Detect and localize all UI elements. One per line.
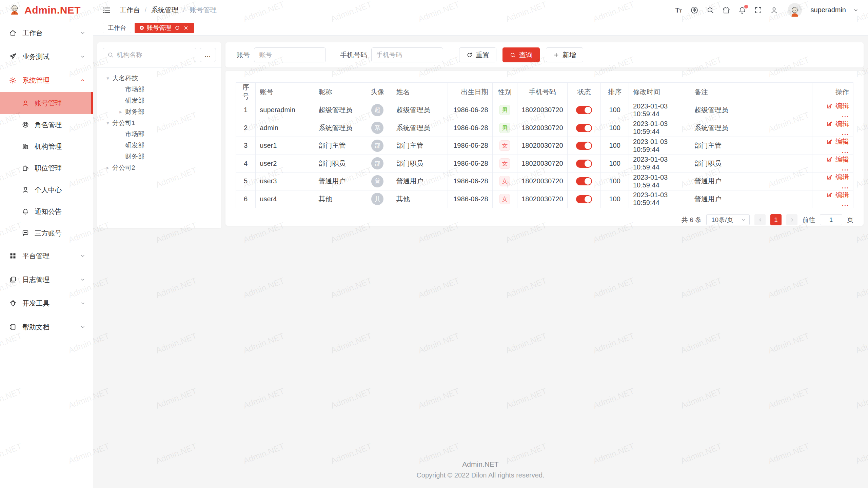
sidebar-item-help-docs[interactable]: 帮助文档 xyxy=(0,315,93,339)
grid-icon xyxy=(9,252,17,260)
edit-button[interactable]: 编辑 xyxy=(826,137,849,146)
tree-node-label: 财务部 xyxy=(125,152,144,161)
menu-fold-icon[interactable] xyxy=(102,5,112,15)
status-toggle[interactable] xyxy=(576,160,592,168)
tree-node[interactable]: ▾分公司1 xyxy=(100,117,219,128)
edit-button[interactable]: 编辑 xyxy=(826,190,849,200)
user-icon[interactable] xyxy=(770,6,778,15)
tree-caret-icon[interactable]: ▸ xyxy=(116,109,125,115)
tree-caret-icon[interactable]: ▾ xyxy=(103,120,112,126)
status-toggle[interactable] xyxy=(576,177,592,185)
tree-node[interactable]: 财务部 xyxy=(100,151,219,162)
tree-node[interactable]: ▸财务部 xyxy=(100,106,219,117)
chevron-right-icon xyxy=(790,218,794,222)
gender-badge: 女 xyxy=(499,176,510,186)
query-button[interactable]: 查询 xyxy=(502,47,540,62)
sidebar-item-label: 工作台 xyxy=(22,28,80,38)
account-input[interactable] xyxy=(254,47,326,62)
row-more-button[interactable]: ... xyxy=(842,129,849,136)
tree-node[interactable]: 市场部 xyxy=(100,84,219,95)
add-button[interactable]: 新增 xyxy=(546,47,583,62)
profile-icon xyxy=(22,186,29,194)
tree-node[interactable]: 研发部 xyxy=(100,95,219,106)
chevron-down-icon[interactable] xyxy=(853,7,859,13)
cell-name: 系统管理员 xyxy=(392,119,448,137)
tree-caret-icon[interactable]: ▾ xyxy=(103,75,112,81)
tab-workbench[interactable]: 工作台 xyxy=(103,23,131,33)
edit-button[interactable]: 编辑 xyxy=(826,101,849,110)
status-toggle[interactable] xyxy=(576,142,592,150)
tree-node-label: 研发部 xyxy=(125,96,144,105)
search-icon[interactable] xyxy=(706,6,715,15)
next-page-button[interactable] xyxy=(786,214,797,225)
cell-account: user2 xyxy=(256,155,314,172)
page-number-current[interactable]: 1 xyxy=(770,214,782,225)
goto-page-input[interactable] xyxy=(820,214,842,225)
org-search-box[interactable] xyxy=(103,48,196,62)
prev-page-button[interactable] xyxy=(754,214,766,225)
theme-icon[interactable] xyxy=(722,6,731,15)
sidebar-item-dev-tools[interactable]: 开发工具 xyxy=(0,291,93,315)
cell-remark: 部门主管 xyxy=(690,137,812,155)
sidebar-item-org-mgmt[interactable]: 机构管理 xyxy=(0,136,93,157)
tab-account-mgmt[interactable]: 账号管理 xyxy=(135,23,194,33)
tab-close-icon[interactable] xyxy=(183,25,189,31)
tree-node[interactable]: ▾大名科技 xyxy=(100,73,219,84)
tab-refresh-icon[interactable] xyxy=(174,25,180,31)
status-toggle[interactable] xyxy=(576,106,592,114)
org-icon xyxy=(22,143,29,150)
tree-node[interactable]: 研发部 xyxy=(100,140,219,151)
reset-button[interactable]: 重置 xyxy=(459,47,496,62)
status-toggle[interactable] xyxy=(576,195,592,203)
sidebar-item-personal-center[interactable]: 个人中心 xyxy=(0,179,93,201)
logo-text: Admin.NET xyxy=(24,4,81,16)
sidebar-item-account-mgmt[interactable]: 账号管理 xyxy=(0,92,93,114)
avatar[interactable] xyxy=(788,3,802,17)
org-more-button[interactable]: ... xyxy=(200,48,216,62)
tree-node[interactable]: ▸分公司2 xyxy=(100,162,219,173)
sidebar-item-label: 职位管理 xyxy=(35,164,62,173)
sidebar-item-log-mgmt[interactable]: 日志管理 xyxy=(0,268,93,291)
sidebar-item-workbench[interactable]: 工作台 xyxy=(0,21,93,45)
pagination: 共 6 条 10条/页 1 前 xyxy=(236,214,853,225)
sidebar-item-label: 账号管理 xyxy=(35,99,62,108)
tree-caret-icon[interactable]: ▸ xyxy=(103,165,112,171)
edit-button[interactable]: 编辑 xyxy=(826,155,849,164)
breadcrumb-item[interactable]: 工作台 xyxy=(120,5,140,15)
chevron-down-icon xyxy=(80,277,85,282)
org-search-input[interactable] xyxy=(117,51,192,59)
chevron-down-icon xyxy=(80,324,85,330)
sidebar-item-position-mgmt[interactable]: 职位管理 xyxy=(0,157,93,179)
cell-modified-time: 2023-01-03 10:59:44 xyxy=(629,190,690,208)
sidebar-item-role-mgmt[interactable]: 角色管理 xyxy=(0,114,93,136)
sidebar-item-business-test[interactable]: 业务测试 xyxy=(0,45,93,68)
font-size-icon[interactable]: TT xyxy=(674,6,683,15)
sidebar-item-notice[interactable]: 通知公告 xyxy=(0,201,93,222)
column-header: 性别 xyxy=(492,83,517,101)
fullscreen-icon[interactable] xyxy=(754,6,763,15)
username[interactable]: superadmin xyxy=(810,6,846,14)
notification-badge xyxy=(744,5,748,8)
status-toggle[interactable] xyxy=(576,124,592,132)
sidebar-item-system-mgmt[interactable]: 系统管理 xyxy=(0,68,93,92)
row-more-button[interactable]: ... xyxy=(842,112,849,119)
breadcrumb-item[interactable]: 系统管理 xyxy=(151,5,178,15)
row-more-button[interactable]: ... xyxy=(842,165,849,172)
row-more-button[interactable]: ... xyxy=(842,201,849,207)
chat-icon xyxy=(22,229,29,237)
notification-icon[interactable] xyxy=(738,6,747,15)
logo[interactable]: Admin.NET xyxy=(0,0,93,20)
sidebar-item-label: 通知公告 xyxy=(35,207,62,216)
row-more-button[interactable]: ... xyxy=(842,183,849,190)
chevron-down-icon xyxy=(80,30,85,36)
row-more-button[interactable]: ... xyxy=(842,147,849,154)
sidebar-item-third-account[interactable]: 三方账号 xyxy=(0,222,93,244)
edit-button[interactable]: 编辑 xyxy=(826,119,849,128)
sidebar-item-platform-mgmt[interactable]: 平台管理 xyxy=(0,244,93,268)
tree-node[interactable]: 市场部 xyxy=(100,128,219,140)
language-icon[interactable] xyxy=(690,6,699,15)
phone-input[interactable] xyxy=(371,47,443,62)
edit-button[interactable]: 编辑 xyxy=(826,172,849,182)
page-size-select[interactable]: 10条/页 xyxy=(706,214,750,225)
cell-remark: 系统管理员 xyxy=(690,119,812,137)
